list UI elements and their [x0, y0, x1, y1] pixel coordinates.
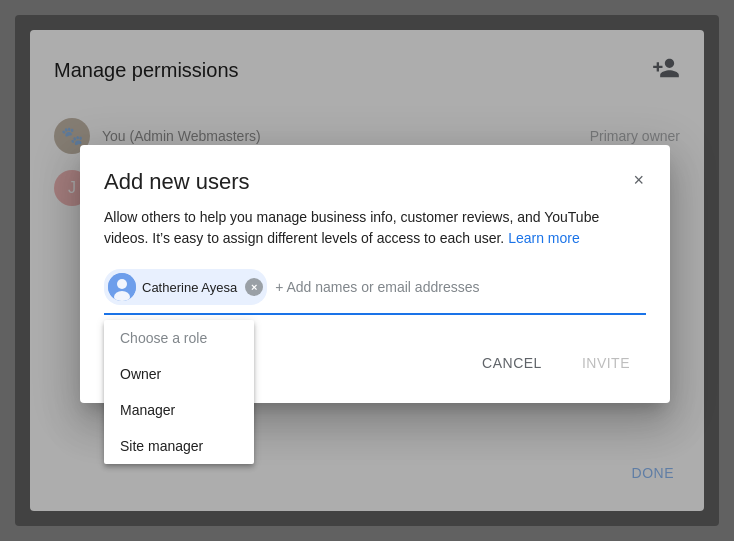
- user-chip: Catherine Ayesa ×: [104, 269, 267, 305]
- user-chip-remove-button[interactable]: ×: [245, 278, 263, 296]
- user-chip-avatar: [108, 273, 136, 301]
- user-input-row: Catherine Ayesa × + Add names or email a…: [104, 269, 646, 315]
- role-dropdown: Choose a role Owner Manager Site manager: [104, 320, 254, 464]
- dropdown-item-manager[interactable]: Manager: [104, 392, 254, 428]
- cancel-button[interactable]: CANCEL: [466, 347, 558, 379]
- learn-more-link[interactable]: Learn more: [508, 230, 580, 246]
- svg-point-1: [117, 279, 127, 289]
- add-input-placeholder[interactable]: + Add names or email addresses: [275, 279, 646, 295]
- dialog-description: Allow others to help you manage business…: [104, 207, 646, 249]
- invite-button[interactable]: INVITE: [566, 347, 646, 379]
- dropdown-header: Choose a role: [104, 320, 254, 356]
- dropdown-item-owner[interactable]: Owner: [104, 356, 254, 392]
- dropdown-item-site-manager[interactable]: Site manager: [104, 428, 254, 464]
- user-chip-name: Catherine Ayesa: [142, 280, 239, 295]
- dialog-header: Add new users ×: [104, 169, 646, 195]
- dialog-title: Add new users: [104, 169, 250, 195]
- close-button[interactable]: ×: [631, 169, 646, 191]
